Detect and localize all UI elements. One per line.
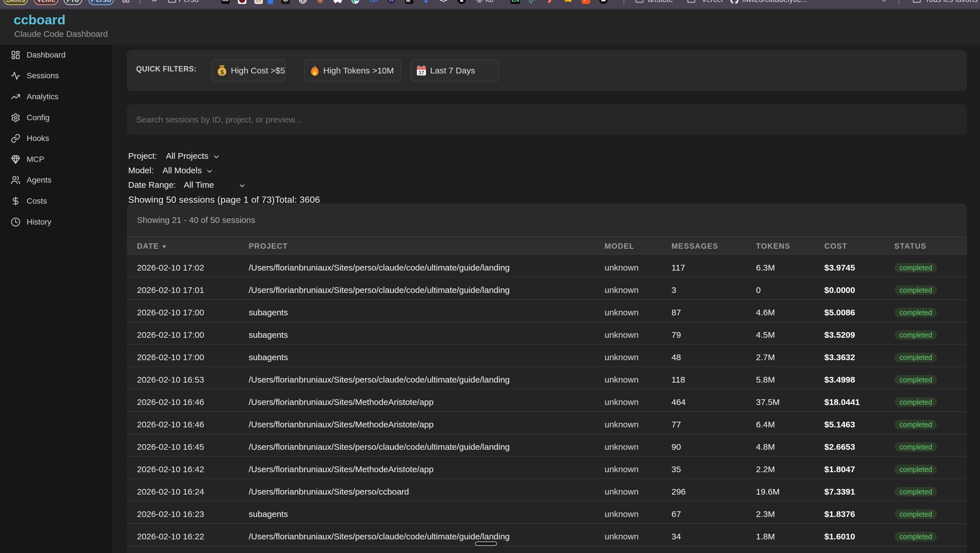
svg-text:17: 17 [419,70,424,75]
svg-text:$: $ [220,69,224,76]
